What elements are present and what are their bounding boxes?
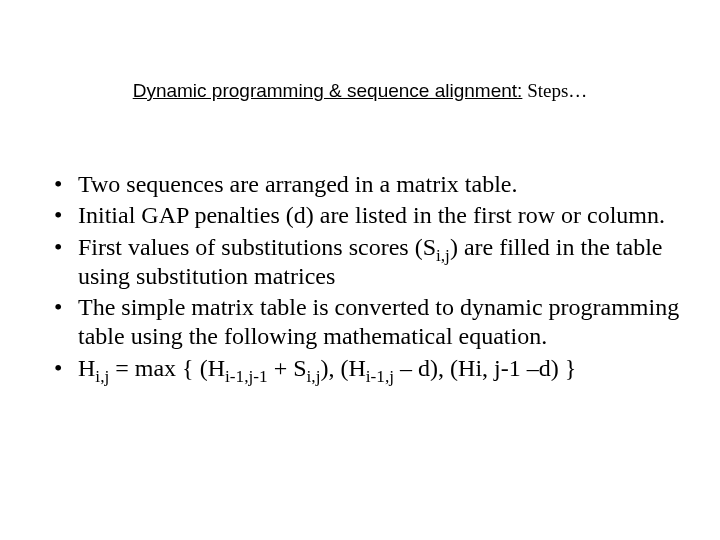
- bullet-text-part: + S: [268, 355, 307, 381]
- list-item: The simple matrix table is converted to …: [48, 293, 680, 352]
- slide-title: Dynamic programming & sequence alignment…: [0, 80, 720, 102]
- list-item: Hi,j = max { (Hi-1,j-1 + Si,j), (Hi-1,j …: [48, 354, 680, 383]
- list-item: First values of substitutions scores (Si…: [48, 233, 680, 292]
- list-item: Two sequences are arranged in a matrix t…: [48, 170, 680, 199]
- title-main: Dynamic programming & sequence alignment…: [133, 80, 523, 101]
- bullet-text: The simple matrix table is converted to …: [78, 294, 679, 349]
- subscript: i,j: [436, 245, 450, 264]
- subscript: i,j: [95, 366, 109, 385]
- slide-body: Two sequences are arranged in a matrix t…: [48, 170, 680, 385]
- subscript: i,j: [307, 366, 321, 385]
- bullet-text-part: ), (H: [320, 355, 365, 381]
- bullet-text-part: = max { (H: [109, 355, 225, 381]
- bullet-text: Initial GAP penalties (d) are listed in …: [78, 202, 665, 228]
- list-item: Initial GAP penalties (d) are listed in …: [48, 201, 680, 230]
- bullet-text-part: First values of substitutions scores (S: [78, 234, 436, 260]
- title-suffix: Steps…: [522, 80, 587, 101]
- bullet-text-part: – d), (Hi, j-1 –d) }: [394, 355, 576, 381]
- subscript: i-1,j: [366, 366, 394, 385]
- bullet-text: Two sequences are arranged in a matrix t…: [78, 171, 517, 197]
- subscript: i-1,j-1: [225, 366, 268, 385]
- bullet-list: Two sequences are arranged in a matrix t…: [48, 170, 680, 383]
- slide: Dynamic programming & sequence alignment…: [0, 0, 720, 540]
- bullet-text-part: H: [78, 355, 95, 381]
